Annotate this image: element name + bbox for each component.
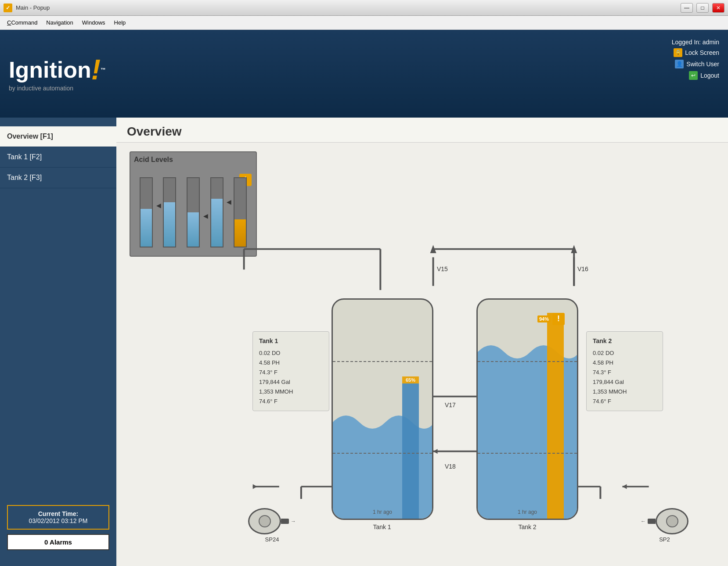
current-time-label: Current Time: bbox=[12, 510, 104, 517]
pump-sp24-circle bbox=[248, 508, 281, 534]
valve-v16-label: V16 bbox=[577, 265, 588, 272]
pump-sp24-body: → bbox=[248, 508, 296, 534]
tank1-ph: 4.58 PH bbox=[259, 358, 323, 368]
logo-subtitle: by inductive automation bbox=[9, 85, 106, 92]
overview-title: Overview bbox=[116, 118, 728, 143]
pump-sp2-body: ← bbox=[641, 508, 688, 534]
app-container: Ignition!™ by inductive automation Logge… bbox=[0, 30, 728, 566]
sidebar-item-overview[interactable]: Overview [F1] bbox=[0, 126, 116, 147]
pump-sp2-label: SP2 bbox=[659, 536, 670, 543]
svg-marker-18 bbox=[622, 484, 627, 489]
acid-bar-5: ! bbox=[232, 177, 248, 247]
tank2-bottom-label: Tank 2 bbox=[476, 523, 578, 530]
acid-bar-2-outer bbox=[163, 177, 176, 247]
menu-help[interactable]: Help bbox=[111, 18, 130, 28]
tank1-info-box: Tank 1 0.02 DO 4.58 PH 74.3° F 179,844 G… bbox=[252, 331, 329, 411]
window-title: Main - Popup bbox=[16, 4, 677, 11]
titlebar: ✓ Main - Popup — □ ✕ bbox=[0, 0, 728, 16]
acid-bar-1-arrow: ◀ bbox=[156, 202, 161, 209]
tank2-info-title: Tank 2 bbox=[593, 336, 656, 347]
lock-icon: 🔒 bbox=[674, 48, 682, 57]
maximize-button[interactable]: □ bbox=[696, 3, 709, 13]
menu-windows[interactable]: Windows bbox=[79, 18, 109, 28]
svg-marker-2 bbox=[430, 245, 436, 253]
acid-levels-bars: ◀ ◀ bbox=[134, 166, 252, 247]
tank1-fill-bar: 65% bbox=[402, 376, 419, 519]
pump-sp2: ← SP2 bbox=[641, 508, 688, 543]
pump-sp24-arrow: → bbox=[291, 518, 296, 524]
acid-bar-1-outer bbox=[140, 177, 153, 247]
header: Ignition!™ by inductive automation Logge… bbox=[0, 30, 728, 118]
menu-navigation[interactable]: Navigation bbox=[43, 18, 76, 28]
sidebar: Overview [F1] Tank 1 [F2] Tank 2 [F3] Cu… bbox=[0, 118, 116, 566]
diagram-area: Acid Levels ◀ bbox=[116, 143, 728, 560]
current-time-box: Current Time: 03/02/2012 03:12 PM bbox=[7, 505, 109, 530]
tank2-fill-pct: 94% bbox=[537, 315, 551, 322]
tank1-bottom-label: Tank 1 bbox=[353, 523, 411, 530]
acid-bar-5-fill bbox=[234, 219, 246, 247]
tank2-do: 0.02 DO bbox=[593, 348, 656, 358]
acid-bar-4-outer bbox=[210, 177, 223, 247]
acid-bar-1-fill bbox=[141, 209, 152, 247]
logo-exclaim: ! bbox=[91, 56, 101, 84]
lock-screen-button[interactable]: 🔒 Lock Screen bbox=[674, 48, 719, 57]
logo-text: Ignition bbox=[9, 58, 91, 81]
tank2-temp2: 74.6° F bbox=[593, 397, 656, 406]
acid-levels-box: Acid Levels ◀ bbox=[130, 151, 257, 257]
pump-sp24-inner bbox=[259, 515, 271, 527]
tank1-dash1 bbox=[333, 361, 432, 362]
alarms-button[interactable]: 0 Alarms bbox=[7, 534, 109, 550]
acid-bar-4-fill bbox=[211, 199, 223, 247]
tank1-time-label: 1 hr ago bbox=[333, 509, 432, 515]
acid-bar-3-arrow: ◀ bbox=[203, 212, 208, 219]
acid-bar-4-arrow: ◀ bbox=[227, 198, 231, 205]
logo-tm: ™ bbox=[101, 67, 106, 72]
acid-bar-3-outer bbox=[187, 177, 200, 247]
lock-screen-label: Lock Screen bbox=[685, 49, 719, 56]
tank1-dash2 bbox=[333, 453, 432, 454]
tank1-temp: 74.3° F bbox=[259, 368, 323, 377]
pump-sp24-pipe bbox=[281, 519, 289, 524]
tank2-vessel: 94% ! 1 hr ago bbox=[476, 298, 578, 520]
sidebar-item-tank2[interactable]: Tank 2 [F3] bbox=[0, 168, 116, 188]
pump-sp24: → SP24 bbox=[248, 508, 296, 543]
tank2-mmoh: 1,353 MMOH bbox=[593, 387, 656, 397]
pump-sp2-circle bbox=[656, 508, 688, 534]
tank2-dash2 bbox=[478, 453, 577, 454]
switch-user-button[interactable]: 👤 Switch User bbox=[675, 60, 719, 68]
main-content: Overview Acid Levels ◀ bbox=[116, 118, 728, 566]
acid-levels-title: Acid Levels bbox=[134, 156, 252, 164]
pump-sp2-arrow: ← bbox=[641, 518, 646, 524]
acid-bar-3: ◀ bbox=[185, 177, 201, 247]
tank2-ph: 4.58 PH bbox=[593, 358, 656, 368]
menu-command[interactable]: CCommand bbox=[4, 18, 41, 28]
minimize-button[interactable]: — bbox=[681, 3, 693, 13]
logout-icon: ↩ bbox=[689, 71, 698, 80]
tank2-fill-bar bbox=[547, 313, 564, 519]
sidebar-item-tank1[interactable]: Tank 1 [F2] bbox=[0, 147, 116, 168]
svg-marker-16 bbox=[253, 484, 257, 489]
tank1-vessel: 65% 1 hr ago bbox=[332, 298, 433, 520]
tank1-do: 0.02 DO bbox=[259, 348, 323, 358]
close-button[interactable]: ✕ bbox=[712, 3, 724, 13]
tank1-fill-pct: 65% bbox=[402, 376, 419, 383]
valve-v18-label: V18 bbox=[445, 463, 456, 470]
content-area: Overview [F1] Tank 1 [F2] Tank 2 [F3] Cu… bbox=[0, 118, 728, 566]
valve-v17-label: V17 bbox=[445, 401, 456, 408]
header-right: Logged In: admin 🔒 Lock Screen 👤 Switch … bbox=[672, 39, 719, 80]
tank1-temp2: 74.6° F bbox=[259, 397, 323, 406]
acid-bar-3-fill bbox=[187, 212, 199, 247]
tank2-time-label: 1 hr ago bbox=[478, 509, 577, 515]
acid-bar-2-fill bbox=[164, 202, 175, 247]
valve-v15-label: V15 bbox=[437, 265, 448, 272]
tank2-temp: 74.3° F bbox=[593, 368, 656, 377]
svg-marker-4 bbox=[571, 245, 577, 253]
logout-label: Logout bbox=[700, 72, 719, 79]
svg-marker-9 bbox=[433, 449, 438, 454]
acid-bar-5-outer bbox=[234, 177, 247, 247]
logout-button[interactable]: ↩ Logout bbox=[689, 71, 719, 80]
pump-sp2-pipe bbox=[648, 519, 656, 524]
acid-bar-4: ◀ bbox=[209, 177, 225, 247]
tank1-mmoh: 1,353 MMOH bbox=[259, 387, 323, 397]
pump-sp24-label: SP24 bbox=[265, 536, 279, 543]
